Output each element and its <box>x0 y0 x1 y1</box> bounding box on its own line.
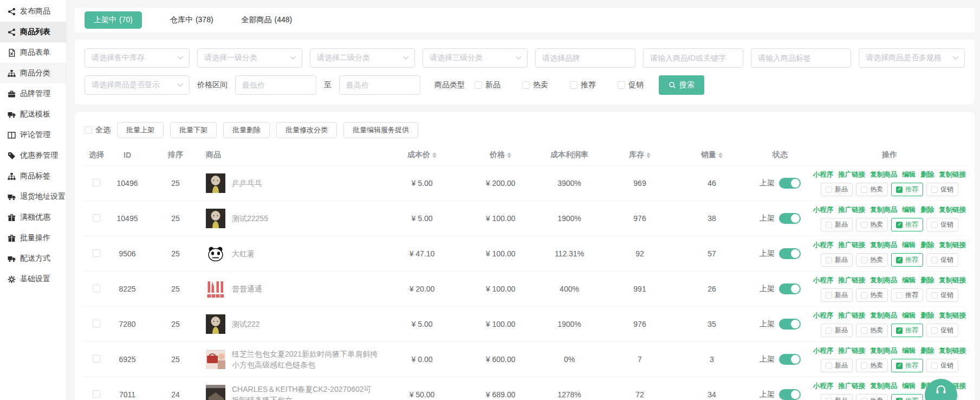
tag-chip-推荐[interactable]: 推荐 <box>891 394 923 400</box>
op-link-delete[interactable]: 删除 <box>920 276 934 285</box>
filter-input[interactable] <box>535 48 635 68</box>
type-checkbox-新品[interactable]: 新品 <box>475 80 501 90</box>
op-link-delete[interactable]: 删除 <box>920 311 934 320</box>
op-link-copy-link[interactable]: 复制链接 <box>939 170 966 179</box>
column-header-stock[interactable]: 库存 <box>603 150 677 160</box>
op-link-copy-product[interactable]: 复制商品 <box>870 205 897 215</box>
op-link-copy-link[interactable]: 复制链接 <box>939 311 966 320</box>
filter-input[interactable] <box>643 48 743 68</box>
sidebar-item[interactable]: 配送方式 <box>0 248 66 269</box>
tag-chip-热卖[interactable]: 热卖 <box>856 359 888 372</box>
op-link-copy-product[interactable]: 复制商品 <box>870 170 897 179</box>
op-link-copy-link[interactable]: 复制链接 <box>939 205 966 215</box>
filter-select[interactable]: 请选择三级分类 <box>423 48 528 68</box>
tag-chip-热卖[interactable]: 热卖 <box>856 183 888 196</box>
filter-select[interactable]: 请选择二级分类 <box>310 48 415 68</box>
sidebar-item[interactable]: 配送模板 <box>0 104 66 125</box>
tag-chip-促销[interactable]: 促销 <box>926 218 958 231</box>
op-link-promo-link[interactable]: 推广链接 <box>838 205 865 215</box>
sort-carets-icon[interactable] <box>718 152 723 158</box>
tag-chip-新品[interactable]: 新品 <box>821 183 853 196</box>
status-toggle[interactable] <box>779 319 801 330</box>
op-link-promo-link[interactable]: 推广链接 <box>838 241 865 250</box>
tag-chip-新品[interactable]: 新品 <box>821 253 853 267</box>
op-link-edit[interactable]: 编辑 <box>902 382 916 391</box>
tag-chip-新品[interactable]: 新品 <box>821 218 853 231</box>
op-link-copy-product[interactable]: 复制商品 <box>870 382 897 391</box>
tab-all-products[interactable]: 全部商品(448) <box>242 15 293 25</box>
column-header-price[interactable]: 价格 <box>465 150 536 160</box>
filter-input[interactable] <box>751 48 851 68</box>
op-link-delete[interactable]: 删除 <box>920 170 934 179</box>
sidebar-item[interactable]: 评论管理 <box>0 125 66 145</box>
tag-chip-推荐[interactable]: 推荐 <box>891 359 923 372</box>
sidebar-item[interactable]: 商品标签 <box>0 166 66 186</box>
status-toggle[interactable] <box>779 178 801 189</box>
tag-chip-促销[interactable]: 促销 <box>926 183 958 196</box>
row-checkbox[interactable] <box>93 320 100 327</box>
sidebar-item[interactable]: 基础设置 <box>0 269 66 289</box>
tag-chip-促销[interactable]: 促销 <box>926 253 958 267</box>
tag-chip-热卖[interactable]: 热卖 <box>856 253 888 267</box>
status-toggle[interactable] <box>779 283 801 294</box>
tag-chip-推荐[interactable]: 推荐 <box>891 288 923 302</box>
batch-button[interactable]: 批量编辑服务提供 <box>343 122 418 138</box>
op-link-promo-link[interactable]: 推广链接 <box>838 382 865 391</box>
op-link-edit[interactable]: 编辑 <box>902 205 916 215</box>
op-link-edit[interactable]: 编辑 <box>902 346 916 356</box>
sidebar-item[interactable]: 退货地址设置 <box>0 186 66 207</box>
column-header-sales[interactable]: 销量 <box>677 150 747 160</box>
sidebar-item[interactable]: 满额优惠 <box>0 207 66 228</box>
op-link-promo-link[interactable]: 推广链接 <box>838 346 865 356</box>
op-link-mini-program[interactable]: 小程序 <box>813 346 834 356</box>
op-link-copy-product[interactable]: 复制商品 <box>870 241 897 250</box>
op-link-delete[interactable]: 删除 <box>920 346 934 356</box>
tag-chip-促销[interactable]: 促销 <box>926 359 958 372</box>
tab-on-sale[interactable]: 上架中(70) <box>85 11 142 29</box>
op-link-edit[interactable]: 编辑 <box>902 241 916 250</box>
tag-chip-新品[interactable]: 新品 <box>821 324 853 337</box>
sidebar-item[interactable]: 商品表单 <box>0 42 66 63</box>
op-link-mini-program[interactable]: 小程序 <box>813 276 834 285</box>
select-all-checkbox[interactable]: 全选 <box>85 125 111 135</box>
op-link-copy-link[interactable]: 复制链接 <box>939 276 966 285</box>
filter-select[interactable]: 请选择商品是否多规格 <box>859 48 965 68</box>
tag-chip-热卖[interactable]: 热卖 <box>856 324 888 337</box>
op-link-promo-link[interactable]: 推广链接 <box>838 311 865 320</box>
op-link-mini-program[interactable]: 小程序 <box>813 382 834 391</box>
min-price-input[interactable] <box>235 75 316 95</box>
display-select[interactable]: 请选择商品是否显示 <box>85 75 190 95</box>
row-checkbox[interactable] <box>93 390 100 398</box>
op-link-promo-link[interactable]: 推广链接 <box>838 170 865 179</box>
sidebar-item[interactable]: 商品列表 <box>0 22 66 42</box>
op-link-mini-program[interactable]: 小程序 <box>813 311 834 320</box>
tag-chip-推荐[interactable]: 推荐 <box>891 218 923 231</box>
row-checkbox[interactable] <box>93 214 100 222</box>
tag-chip-新品[interactable]: 新品 <box>821 394 853 400</box>
row-checkbox[interactable] <box>93 285 100 292</box>
op-link-mini-program[interactable]: 小程序 <box>813 170 834 179</box>
op-link-mini-program[interactable]: 小程序 <box>813 241 834 250</box>
type-checkbox-推荐[interactable]: 推荐 <box>570 80 596 90</box>
tag-chip-新品[interactable]: 新品 <box>821 288 853 302</box>
sort-carets-icon[interactable] <box>646 152 651 158</box>
tag-chip-推荐[interactable]: 推荐 <box>891 253 923 267</box>
tag-chip-促销[interactable]: 促销 <box>926 324 958 337</box>
sort-carets-icon[interactable] <box>432 152 437 158</box>
row-checkbox[interactable] <box>93 355 100 363</box>
batch-button[interactable]: 批量删除 <box>223 122 270 138</box>
status-toggle[interactable] <box>779 389 801 400</box>
sidebar-item[interactable]: 批量操作 <box>0 228 66 248</box>
status-toggle[interactable] <box>779 213 801 224</box>
op-link-delete[interactable]: 删除 <box>920 205 934 215</box>
sidebar-item[interactable]: 优惠券管理 <box>0 145 66 166</box>
tab-in-warehouse[interactable]: 仓库中(378) <box>170 15 213 25</box>
column-header-cost[interactable]: 成本价 <box>379 150 465 160</box>
batch-button[interactable]: 批量下架 <box>170 122 217 138</box>
batch-button[interactable]: 批量修改分类 <box>276 122 337 138</box>
batch-button[interactable]: 批量上架 <box>117 122 164 138</box>
sidebar-item[interactable]: 商品分类 <box>0 63 66 83</box>
type-checkbox-热卖[interactable]: 热卖 <box>522 80 548 90</box>
op-link-delete[interactable]: 删除 <box>920 241 934 250</box>
op-link-edit[interactable]: 编辑 <box>902 311 916 320</box>
